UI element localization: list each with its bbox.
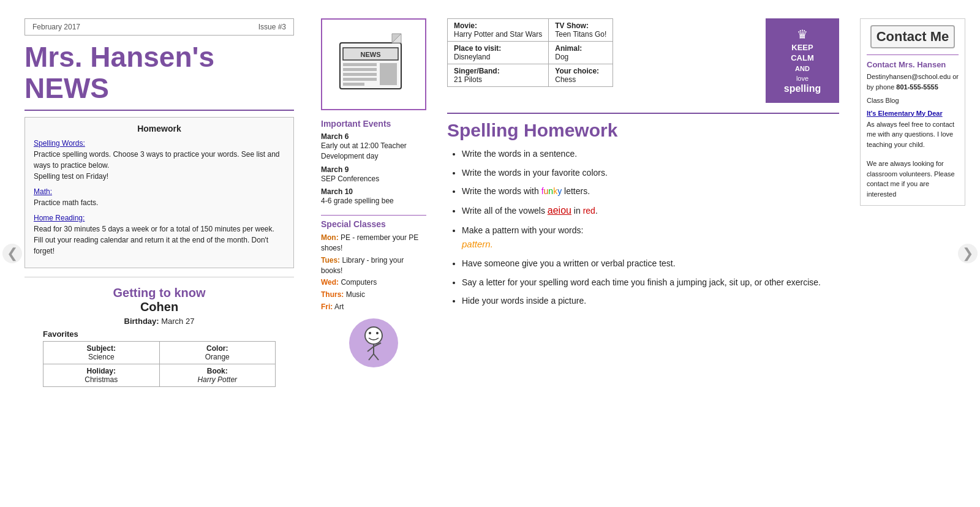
sc-thursday: Thurs: Music (321, 290, 426, 300)
news-image-box: NEWS (321, 18, 426, 110)
contact-me-box: Contact Me Contact Mrs. Hansen Destinyha… (860, 18, 965, 206)
newsletter-header: February 2017 Issue #3 (24, 18, 294, 36)
art-circle (349, 318, 398, 367)
info-choice: Your choice:Chess (549, 64, 613, 87)
table-row: Place to visit:Disneyland Animal:Dog (448, 42, 613, 64)
svg-point-13 (376, 332, 379, 334)
contact-logo-text: Contact Me (870, 25, 956, 48)
info-place: Place to visit:Disneyland (448, 42, 549, 64)
contact-phone: 801-555-5555 (896, 83, 938, 91)
contact-name: Contact Mrs. Hansen (867, 60, 959, 69)
event-date-3: March 10 (321, 187, 426, 196)
spelling-words-link[interactable]: Spelling Words: (34, 139, 85, 148)
sc-wednesday: Wed: Computers (321, 277, 426, 288)
birthday-value: March 27 (161, 317, 194, 326)
contact-body-2: We are always looking for classroom volu… (867, 159, 959, 199)
birthday-label: Birthday: (124, 317, 159, 326)
list-item: Say a letter for your spelling word each… (462, 276, 839, 289)
event-date-1: March 6 (321, 132, 426, 141)
important-events-section: Important Events March 6 Early out at 12… (321, 119, 426, 206)
event-desc-3: 4-6 grade spelling bee (321, 196, 426, 206)
table-cell-book: Book:Harry Potter (159, 364, 276, 387)
math-text: Practice math facts. (34, 197, 285, 208)
info-movie: Movie:Harry Potter and Star Wars (448, 19, 549, 42)
contact-email: Destinyhansen@school.edu (867, 73, 951, 80)
svg-line-18 (374, 354, 379, 360)
blog-link[interactable]: It's Elementary My Dear (867, 110, 959, 117)
keep-calm-box: ♛ KEEPCALMAND love spelling (766, 18, 839, 103)
tvshow-label: TV Show: (555, 21, 606, 30)
nav-right-arrow[interactable]: ❯ (958, 244, 978, 263)
table-row: Subject:Science Color:Orange (43, 342, 276, 364)
funky-y: y (557, 186, 562, 196)
sc-mon-day: Mon: (321, 233, 339, 242)
keep-calm-spelling: spelling (777, 83, 828, 94)
info-tvshow: TV Show:Teen Titans Go! (549, 19, 613, 42)
svg-rect-3 (343, 63, 377, 66)
contact-info: Destinyhansen@school.edu or by phone 801… (867, 72, 959, 92)
getting-to-know-section: Getting to know Cohen Birthday: March 27… (24, 286, 294, 387)
list-item: Hide your words inside a picture. (462, 294, 839, 307)
divider-title (24, 110, 294, 111)
table-cell-subject: Subject:Science (43, 342, 160, 364)
subject-label: Subject: (48, 344, 154, 353)
right-column: Contact Me Contact Mrs. Hansen Destinyha… (851, 12, 974, 495)
special-classes-section: Special Classes Mon: PE - remember your … (321, 215, 426, 367)
math-link[interactable]: Math: (34, 187, 52, 196)
gk-name: Cohen (24, 300, 294, 314)
newsletter-title: Mrs. Hansen's NEWS (24, 42, 294, 103)
sc-fri-text: Art (334, 302, 344, 311)
color-label: Color: (165, 344, 271, 353)
sc-tuesday: Tues: Library - bring your books! (321, 255, 426, 276)
singer-label: Singer/Band: (454, 67, 542, 75)
svg-rect-6 (343, 78, 377, 81)
divider-spelling (447, 113, 839, 114)
red-label: red (583, 206, 595, 216)
holiday-label: Holiday: (48, 367, 154, 375)
main-column: Movie:Harry Potter and Star Wars TV Show… (435, 12, 851, 495)
place-label: Place to visit: (454, 44, 542, 53)
info-singer: Singer/Band:21 Pilots (448, 64, 549, 87)
contact-divider (867, 54, 959, 55)
choice-label: Your choice: (555, 67, 606, 75)
class-blog-label: Class Blog (867, 96, 959, 106)
newsletter-title-line2: NEWS (24, 73, 294, 104)
table-cell-holiday: Holiday:Christmas (43, 364, 160, 387)
favorites-title: Favorites (43, 329, 276, 339)
sc-monday: Mon: PE - remember your PE shoes! (321, 233, 426, 254)
info-animal: Animal:Dog (549, 42, 613, 64)
keep-calm-text: KEEPCALMAND (777, 43, 828, 74)
special-classes-title: Special Classes (321, 215, 426, 229)
keep-calm-love: love (777, 74, 828, 83)
homework-box: Homework Spelling Words: Practice spelli… (24, 117, 294, 268)
table-cell-color: Color:Orange (159, 342, 276, 364)
event-desc-1: Early out at 12:00 Teacher Development d… (321, 141, 426, 162)
event-desc-2: SEP Conferences (321, 174, 426, 184)
svg-line-15 (368, 347, 374, 351)
info-table-wrap: Movie:Harry Potter and Star Wars TV Show… (447, 18, 839, 103)
table-row: Movie:Harry Potter and Star Wars TV Show… (448, 19, 613, 42)
art-character-image (321, 318, 426, 367)
pattern-example: pattern. (462, 239, 493, 249)
spelling-homework-list: Write the words in a sentence. Write the… (447, 147, 839, 307)
middle-column: NEWS Important Events March 6 Early out … (312, 12, 435, 495)
book-label: Book: (165, 367, 271, 375)
left-column: February 2017 Issue #3 Mrs. Hansen's NEW… (6, 12, 312, 495)
list-item: Write the words with funky letters. (462, 184, 839, 198)
newsletter-title-line1: Mrs. Hansen's (24, 42, 294, 73)
art-figure-svg (355, 325, 392, 361)
animal-label: Animal: (555, 44, 606, 53)
newspaper-icon: NEWS (337, 31, 410, 98)
contact-body-1: As always feel free to contact me with a… (867, 119, 959, 150)
list-item: Write the words in a sentence. (462, 147, 839, 160)
nav-left-arrow[interactable]: ❮ (2, 244, 22, 263)
favorites-table: Subject:Science Color:Orange Holiday:Chr… (43, 341, 276, 387)
reading-link[interactable]: Home Reading: (34, 214, 85, 222)
svg-rect-7 (343, 83, 364, 86)
svg-rect-5 (343, 73, 377, 76)
list-item: Write all of the vowels aeiou in red. (462, 203, 839, 219)
table-row: Holiday:Christmas Book:Harry Potter (43, 364, 276, 387)
spelling-text: Practice spelling words. Choose 3 ways t… (34, 149, 285, 182)
event-date-2: March 9 (321, 165, 426, 174)
sc-thurs-day: Thurs: (321, 290, 344, 299)
